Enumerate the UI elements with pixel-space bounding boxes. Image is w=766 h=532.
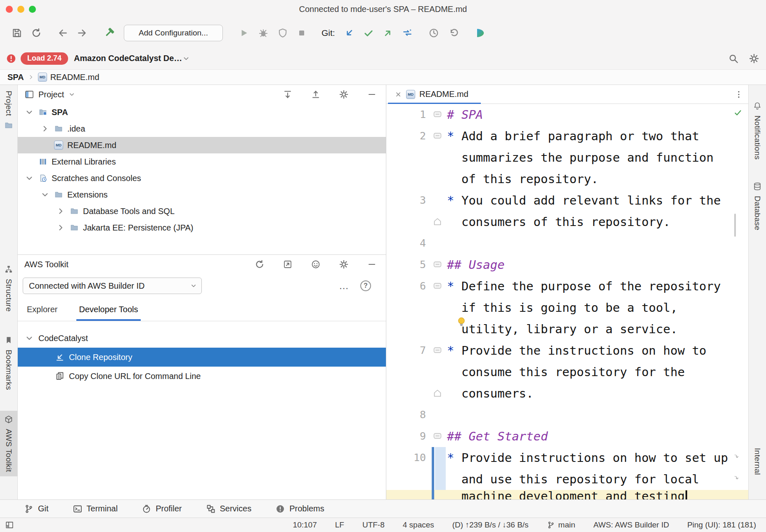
tool-stripe-structure[interactable]: Structure — [0, 261, 17, 316]
history-icon[interactable] — [428, 28, 439, 38]
inspections-ok-icon[interactable] — [733, 108, 742, 117]
tree-chevron-icon[interactable] — [40, 124, 50, 134]
back-icon[interactable] — [57, 28, 68, 38]
editor-row[interactable]: consumers. — [386, 383, 748, 404]
editor-text[interactable]: ## Get Started — [447, 426, 548, 447]
project-tree-row[interactable]: MDREADME.md — [18, 137, 386, 153]
debug-icon[interactable] — [258, 28, 269, 38]
aws-tree-row[interactable]: Copy Clone URL for Command Line — [18, 367, 386, 386]
status-widget[interactable]: main — [547, 520, 575, 530]
run-anything-icon[interactable] — [474, 27, 486, 39]
handle-gutter-icon[interactable] — [433, 345, 442, 355]
breadcrumb-project[interactable]: SPA — [7, 73, 24, 82]
tool-stripe-bookmarks[interactable]: Bookmarks — [0, 332, 17, 394]
project-tree-row[interactable]: Scratches and Consoles — [18, 170, 386, 186]
background-task-label[interactable]: Amazon CodeCatalyst De… — [74, 54, 182, 63]
editor-text[interactable]: of this repository. — [447, 168, 598, 190]
handle-gutter-icon[interactable] — [433, 431, 442, 441]
hide-aws-panel-icon[interactable] — [367, 259, 377, 269]
editor-row[interactable]: consume this repository for the — [386, 361, 748, 383]
project-panel-title[interactable]: Project — [38, 90, 64, 99]
tree-chevron-icon[interactable] — [24, 107, 34, 117]
tool-stripe-database[interactable]: Database — [749, 178, 766, 235]
aws-settings-icon[interactable] — [339, 259, 349, 269]
editor-tab-readme[interactable]: MD README.md — [388, 85, 481, 104]
editor-row[interactable]: 1# SPA — [386, 104, 748, 125]
zoom-window-button[interactable] — [29, 6, 36, 13]
tool-stripe-notifications[interactable]: Notifications — [749, 97, 766, 164]
home-gutter-icon[interactable] — [433, 388, 442, 398]
editor-row[interactable]: if this is going to be a tool, — [386, 297, 748, 318]
aws-connection-dropdown[interactable]: Connected with AWS Builder ID — [23, 278, 202, 294]
close-window-button[interactable] — [6, 6, 13, 13]
editor-text[interactable]: if this is going to be a tool, — [447, 297, 678, 318]
editor-text[interactable]: * You could add relevant links for the — [447, 190, 721, 211]
project-tree-row[interactable]: Extensions — [18, 186, 386, 203]
editor-text[interactable]: * Provide instructions on how to set up — [447, 447, 728, 468]
editor-row[interactable]: summarizes the purpose and function — [386, 147, 748, 168]
run-icon[interactable] — [239, 28, 249, 38]
forward-icon[interactable] — [77, 28, 87, 38]
project-tree-row[interactable]: Database Tools and SQL — [18, 203, 386, 219]
tree-chevron-icon[interactable] — [40, 190, 50, 200]
toolwindow-button-git[interactable]: Git — [24, 504, 49, 514]
minimize-window-button[interactable] — [17, 6, 24, 13]
status-widget[interactable]: (D) ↑239 B/s / ↓36 B/s — [452, 520, 529, 530]
project-view-chevron-icon[interactable] — [68, 91, 76, 98]
editor-row[interactable]: 6* Define the purpose of the repository — [386, 275, 748, 297]
tab-explorer[interactable]: Explorer — [27, 298, 57, 321]
toolwindow-button-services[interactable]: Services — [206, 504, 252, 514]
tree-chevron-icon[interactable] — [24, 173, 34, 183]
editor-scrollbar[interactable] — [734, 214, 736, 237]
tree-chevron-icon[interactable] — [24, 333, 34, 343]
git-commit-icon[interactable] — [363, 28, 374, 38]
stop-icon[interactable] — [297, 28, 307, 38]
editor-text[interactable]: summarizes the purpose and function — [447, 147, 714, 168]
aws-feedback-icon[interactable] — [311, 259, 321, 269]
handle-gutter-icon[interactable] — [433, 259, 442, 269]
editor-text[interactable]: machine development and testing — [447, 490, 687, 499]
build-icon[interactable] — [103, 27, 115, 39]
project-tree-row[interactable]: .idea — [18, 120, 386, 137]
editor-text[interactable]: consume this repository for the — [447, 361, 685, 383]
breadcrumb-file[interactable]: README.md — [50, 73, 99, 82]
editor-row[interactable]: utility, library or a service. — [386, 318, 748, 340]
hide-project-panel-icon[interactable] — [367, 89, 377, 99]
editor-text[interactable]: * Add a brief paragraph or two that — [447, 125, 699, 147]
close-tab-icon[interactable] — [395, 91, 402, 98]
tree-chevron-icon[interactable] — [56, 206, 66, 216]
git-push-icon[interactable] — [383, 28, 393, 38]
editor-options-icon[interactable] — [734, 90, 743, 99]
add-configuration-button[interactable]: Add Configuration... — [124, 25, 223, 41]
editor-body[interactable]: 1# SPA2* Add a brief paragraph or two th… — [386, 104, 748, 499]
editor-row[interactable]: 9## Get Started — [386, 426, 748, 447]
project-settings-icon[interactable] — [339, 89, 349, 99]
status-widget[interactable]: LF — [335, 520, 344, 530]
tab-developer-tools[interactable]: Developer Tools — [79, 298, 138, 321]
error-indicator-icon[interactable] — [6, 53, 17, 64]
coverage-icon[interactable] — [277, 28, 288, 38]
toolwindow-button-terminal[interactable]: Terminal — [73, 504, 118, 514]
editor-row[interactable]: consumers of this repository. — [386, 211, 748, 233]
toolwindow-button-problems[interactable]: Problems — [275, 504, 324, 514]
handle-gutter-icon[interactable] — [433, 109, 442, 119]
load-progress-badge[interactable]: Load 2.74 — [21, 52, 68, 65]
status-widget[interactable]: AWS: AWS Builder ID — [593, 520, 669, 530]
git-fetch-icon[interactable] — [402, 28, 413, 38]
save-all-icon[interactable] — [12, 28, 22, 38]
project-tree-row[interactable]: Jakarta EE: Persistence (JPA) — [18, 219, 386, 236]
tool-stripe-aws-toolkit[interactable]: AWS Toolkit — [0, 411, 17, 476]
aws-more-button[interactable]: … — [337, 280, 350, 292]
settings-icon[interactable] — [749, 53, 759, 64]
editor-row[interactable]: 7* Provide the instructions on how to — [386, 340, 748, 361]
status-widget[interactable]: 10:107 — [293, 520, 317, 530]
tool-stripe-project[interactable]: Project — [0, 87, 17, 134]
aws-tree-row[interactable]: Clone Repository — [18, 348, 386, 367]
editor-text[interactable]: # SPA — [447, 104, 483, 125]
project-tree-row[interactable]: External Libraries — [18, 153, 386, 170]
project-tree-row[interactable]: SPA — [18, 104, 386, 120]
aws-tree-row[interactable]: CodeCatalyst — [18, 329, 386, 348]
intention-bulb-icon[interactable] — [456, 316, 467, 327]
editor-text[interactable]: consumers of this repository. — [447, 211, 670, 233]
rollback-icon[interactable] — [448, 28, 459, 38]
